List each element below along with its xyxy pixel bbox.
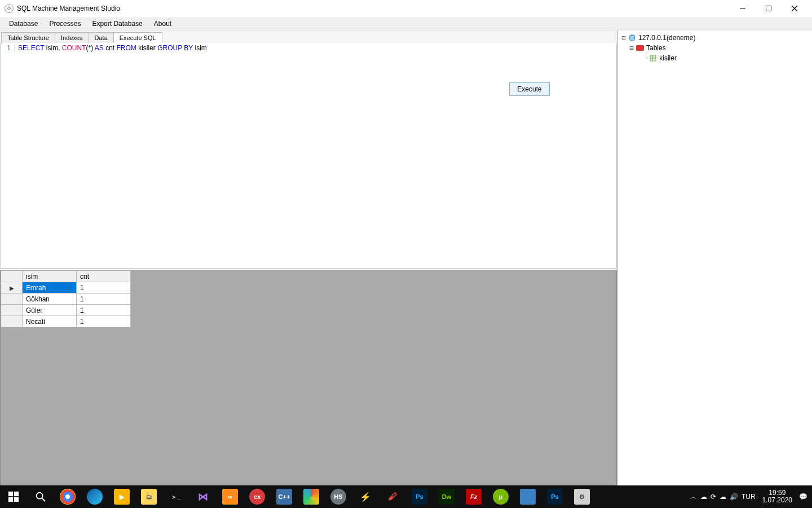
taskbar-app-heidisql[interactable]: HS bbox=[325, 485, 352, 508]
menu-database[interactable]: Database bbox=[3, 18, 43, 29]
tree-branch-line: └ bbox=[644, 54, 648, 62]
taskbar-app-edge[interactable] bbox=[81, 485, 108, 508]
taskbar-app-generic-6[interactable] bbox=[514, 485, 541, 508]
taskbar-app-terminal[interactable]: ＞_ bbox=[162, 485, 189, 508]
svg-point-13 bbox=[37, 493, 43, 499]
titlebar: ⚙ SQL Machine Management Studio bbox=[0, 0, 812, 17]
taskbar: ▶ 🗂 ＞_ ⋈ ∞ cx C++ HS ⚡ 🖌 Ps Dw Fz µ Ps ⚙… bbox=[0, 485, 812, 508]
sql-editor[interactable]: SELECT isim, COUNT(*) AS cnt FROM kisile… bbox=[14, 44, 614, 52]
taskbar-app-generic-1[interactable]: ∞ bbox=[217, 485, 244, 508]
table-icon bbox=[649, 54, 657, 62]
app-icon: ⚙ bbox=[5, 4, 14, 13]
cell-isim[interactable]: Emrah bbox=[23, 282, 77, 294]
cell-cnt[interactable]: 1 bbox=[77, 305, 131, 316]
sql-editor-area: 1 SELECT isim, COUNT(*) AS cnt FROM kisi… bbox=[0, 43, 617, 269]
table-row[interactable]: Necati1 bbox=[1, 316, 131, 327]
cell-isim[interactable]: Güler bbox=[23, 305, 77, 316]
column-header-isim[interactable]: isim bbox=[23, 271, 77, 282]
taskbar-app-filezilla[interactable]: Fz bbox=[460, 485, 487, 508]
tray-notifications-icon[interactable]: 💬 bbox=[799, 493, 807, 501]
tree-server-label[interactable]: 127.0.0.1(deneme) bbox=[638, 34, 695, 42]
tray-sync-icon[interactable]: ⟳ bbox=[710, 493, 716, 501]
tree-table-kisiler[interactable]: kisiler bbox=[659, 54, 677, 62]
svg-rect-9 bbox=[8, 492, 13, 496]
tree-toggle-tables[interactable]: ⊟ bbox=[628, 44, 635, 52]
menu-about[interactable]: About bbox=[148, 18, 177, 29]
tab-table-structure[interactable]: Table Structure bbox=[1, 32, 55, 43]
folder-icon bbox=[636, 45, 644, 51]
close-button[interactable] bbox=[782, 0, 807, 17]
tree-tables-label[interactable]: Tables bbox=[646, 44, 666, 52]
menubar: Database Processes Export Database About bbox=[0, 17, 812, 30]
row-header[interactable] bbox=[1, 305, 23, 316]
tab-execute-sql[interactable]: Execute SQL bbox=[113, 32, 162, 43]
cell-cnt[interactable]: 1 bbox=[77, 294, 131, 305]
svg-rect-12 bbox=[14, 497, 19, 502]
cell-cnt[interactable]: 1 bbox=[77, 316, 131, 327]
taskbar-app-media-player[interactable]: ▶ bbox=[108, 485, 135, 508]
taskbar-app-devcpp[interactable]: C++ bbox=[271, 485, 298, 508]
taskbar-app-visual-studio[interactable]: ⋈ bbox=[189, 485, 217, 508]
tray-onedrive-icon[interactable]: ☁ bbox=[700, 493, 707, 501]
table-row[interactable]: Gökhan1 bbox=[1, 294, 131, 305]
tree-toggle-server[interactable]: ⊟ bbox=[620, 34, 627, 42]
taskbar-app-generic-2[interactable]: cx bbox=[244, 485, 271, 508]
taskbar-app-photoshop-2[interactable]: Ps bbox=[541, 485, 568, 508]
results-grid[interactable]: isim cnt ▶Emrah1Gökhan1Güler1Necati1 bbox=[1, 270, 131, 327]
menu-processes[interactable]: Processes bbox=[43, 18, 86, 29]
object-explorer: ⊟ 127.0.0.1(deneme) ⊟ Tables └ kisiler bbox=[617, 30, 812, 485]
start-button[interactable] bbox=[0, 485, 27, 508]
svg-rect-11 bbox=[8, 497, 13, 502]
tray-date: 1.07.2020 bbox=[762, 497, 792, 504]
minimize-button[interactable] bbox=[730, 0, 756, 17]
tray-volume-icon[interactable]: 🔊 bbox=[730, 493, 738, 501]
tabstrip: Table Structure Indexes Data Execute SQL bbox=[0, 30, 617, 43]
taskbar-app-utorrent[interactable]: µ bbox=[487, 485, 514, 508]
tray-chevron-icon[interactable]: ︿ bbox=[690, 492, 697, 502]
row-header[interactable] bbox=[1, 316, 23, 327]
grid-corner[interactable] bbox=[1, 271, 23, 282]
taskbar-app-chrome[interactable] bbox=[54, 485, 81, 508]
server-icon bbox=[628, 34, 636, 42]
system-tray[interactable]: ︿ ☁ ⟳ ☁ 🔊 TUR 19:59 1.07.2020 💬 bbox=[686, 489, 812, 504]
taskbar-app-current[interactable]: ⚙ bbox=[568, 485, 595, 508]
table-row[interactable]: Güler1 bbox=[1, 305, 131, 316]
tab-indexes[interactable]: Indexes bbox=[55, 32, 89, 43]
taskbar-app-generic-3[interactable] bbox=[298, 485, 325, 508]
execute-button[interactable]: Execute bbox=[509, 82, 550, 96]
table-row[interactable]: ▶Emrah1 bbox=[1, 282, 131, 294]
tray-cloud-icon[interactable]: ☁ bbox=[720, 493, 726, 501]
row-header[interactable] bbox=[1, 294, 23, 305]
search-button[interactable] bbox=[27, 485, 54, 508]
taskbar-app-dreamweaver[interactable]: Dw bbox=[433, 485, 460, 508]
cell-isim[interactable]: Necati bbox=[23, 316, 77, 327]
taskbar-app-generic-4[interactable]: ⚡ bbox=[352, 485, 379, 508]
row-header[interactable]: ▶ bbox=[1, 282, 23, 294]
taskbar-app-photoshop-1[interactable]: Ps bbox=[406, 485, 433, 508]
line-number: 1 bbox=[7, 44, 11, 52]
svg-rect-10 bbox=[14, 492, 19, 496]
svg-rect-1 bbox=[766, 6, 771, 11]
results-panel: isim cnt ▶Emrah1Gökhan1Güler1Necati1 bbox=[0, 270, 617, 485]
cell-cnt[interactable]: 1 bbox=[77, 282, 131, 294]
tray-clock[interactable]: 19:59 1.07.2020 bbox=[759, 489, 796, 504]
window-title: SQL Machine Management Studio bbox=[17, 5, 730, 12]
taskbar-app-explorer[interactable]: 🗂 bbox=[135, 485, 162, 508]
tray-language[interactable]: TUR bbox=[742, 493, 756, 501]
taskbar-app-generic-5[interactable]: 🖌 bbox=[379, 485, 406, 508]
svg-rect-5 bbox=[650, 55, 656, 61]
tab-data[interactable]: Data bbox=[89, 32, 114, 43]
column-header-cnt[interactable]: cnt bbox=[77, 271, 131, 282]
maximize-button[interactable] bbox=[756, 0, 782, 17]
cell-isim[interactable]: Gökhan bbox=[23, 294, 77, 305]
menu-export-database[interactable]: Export Database bbox=[86, 18, 148, 29]
line-number-gutter: 1 bbox=[1, 43, 13, 52]
svg-line-14 bbox=[42, 498, 46, 502]
